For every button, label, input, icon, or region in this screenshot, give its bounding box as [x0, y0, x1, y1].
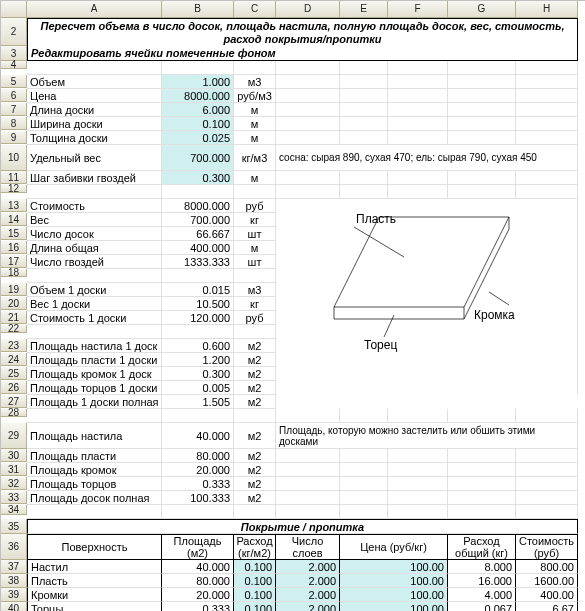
empty [27, 325, 162, 339]
input-value[interactable]: 6.000 [162, 103, 234, 117]
input-value[interactable]: 700.000 [162, 145, 234, 171]
empty [276, 171, 340, 185]
empty [162, 269, 234, 283]
input-unit: м [234, 103, 276, 117]
row-header-25[interactable]: 25 [1, 367, 27, 380]
empty [516, 449, 578, 463]
table-cell-rate[interactable]: 0.100 [234, 560, 276, 574]
col-header-G[interactable]: G [448, 1, 516, 18]
col-header-C[interactable]: C [234, 1, 276, 18]
table-cell-rate[interactable]: 0.100 [234, 574, 276, 588]
table-cell-layers[interactable]: 2.000 [276, 560, 340, 574]
row-header-39[interactable]: 39 [1, 588, 27, 602]
input-value[interactable]: 8000.000 [162, 89, 234, 103]
table-cell-price[interactable]: 100.00 [340, 574, 448, 588]
row-header-23[interactable]: 23 [1, 339, 27, 352]
row-header-8[interactable]: 8 [1, 117, 27, 130]
table-header: Расход (кг/м2) [234, 534, 276, 560]
row-header-40[interactable]: 40 [1, 602, 27, 611]
col-header-H[interactable]: H [516, 1, 578, 18]
empty [448, 103, 516, 117]
empty [276, 477, 340, 491]
row-header-19[interactable]: 19 [1, 283, 27, 296]
row-header-4[interactable]: 4 [1, 61, 27, 69]
calc-unit: м2 [234, 491, 276, 505]
col-header-A[interactable]: A [27, 1, 162, 18]
col-header-B[interactable]: B [162, 1, 234, 18]
row-header-16[interactable]: 16 [1, 241, 27, 254]
row-header-37[interactable]: 37 [1, 560, 27, 574]
row-header-29[interactable]: 29 [1, 423, 27, 449]
calc-label: Площадь пласти 1 доски [27, 353, 162, 367]
input-value[interactable]: 0.300 [162, 171, 234, 185]
row-header-15[interactable]: 15 [1, 227, 27, 240]
empty [340, 89, 388, 103]
row-header-5[interactable]: 5 [1, 75, 27, 88]
row-header-18[interactable]: 18 [1, 269, 27, 277]
row-header-31[interactable]: 31 [1, 463, 27, 476]
calc-label: Стоимость [27, 199, 162, 213]
empty [27, 269, 162, 283]
empty [27, 185, 162, 199]
empty [448, 491, 516, 505]
row-header-13[interactable]: 13 [1, 199, 27, 212]
empty [388, 463, 448, 477]
row-header-24[interactable]: 24 [1, 353, 27, 366]
row-header-9[interactable]: 9 [1, 131, 27, 144]
table-cell-layers[interactable]: 2.000 [276, 602, 340, 611]
row-header-33[interactable]: 33 [1, 491, 27, 504]
input-label: Шаг забивки гвоздей [27, 171, 162, 185]
calc-label: Число досок [27, 227, 162, 241]
input-value[interactable]: 1.000 [162, 75, 234, 89]
table-cell-rate[interactable]: 0.100 [234, 588, 276, 602]
col-header-F[interactable]: F [388, 1, 448, 18]
row-header-26[interactable]: 26 [1, 381, 27, 394]
calc-label: Площадь 1 доски полная [27, 395, 162, 409]
empty [388, 117, 448, 131]
row-header-6[interactable]: 6 [1, 89, 27, 102]
row-header-2[interactable]: 2 [1, 18, 27, 46]
row-header-28[interactable]: 28 [1, 409, 27, 417]
table-cell-price[interactable]: 100.00 [340, 588, 448, 602]
table-cell-layers[interactable]: 2.000 [276, 588, 340, 602]
table-cell-layers[interactable]: 2.000 [276, 574, 340, 588]
table-cell-area: 40.000 [162, 560, 234, 574]
calc-unit: руб [234, 311, 276, 325]
empty [448, 171, 516, 185]
row-header-35[interactable]: 35 [1, 519, 27, 534]
row-header-38[interactable]: 38 [1, 574, 27, 588]
row-header-34[interactable]: 34 [1, 505, 27, 515]
calc-label: Число гвоздей [27, 255, 162, 269]
table-header: Площадь (м2) [162, 534, 234, 560]
empty [276, 89, 340, 103]
row-header-7[interactable]: 7 [1, 103, 27, 116]
table-header: Расход общий (кг) [448, 534, 516, 560]
col-header-E[interactable]: E [340, 1, 388, 18]
empty [340, 477, 388, 491]
row-header-10[interactable]: 10 [1, 145, 27, 171]
corner[interactable] [1, 1, 27, 18]
empty [388, 75, 448, 89]
row-header-30[interactable]: 30 [1, 449, 27, 462]
table-cell-rate[interactable]: 0.100 [234, 602, 276, 611]
row-header-12[interactable]: 12 [1, 185, 27, 193]
row-header-14[interactable]: 14 [1, 213, 27, 226]
input-unit: руб/м3 [234, 89, 276, 103]
calc-unit: м2 [234, 477, 276, 491]
calc-unit: м2 [234, 449, 276, 463]
table-cell-price[interactable]: 100.00 [340, 602, 448, 611]
row-header-22[interactable]: 22 [1, 325, 27, 333]
table-cell-cost: 800.00 [516, 560, 578, 574]
calc-unit: м2 [234, 381, 276, 395]
input-value[interactable]: 0.100 [162, 117, 234, 131]
row-header-20[interactable]: 20 [1, 297, 27, 310]
table-cell-price[interactable]: 100.00 [340, 560, 448, 574]
wood-note: сосна: сырая 890, сухая 470; ель: сырая … [276, 145, 578, 171]
row-header-36[interactable]: 36 [1, 534, 27, 560]
empty [276, 449, 340, 463]
col-header-D[interactable]: D [276, 1, 340, 18]
diagram-label-kromka: Кромка [474, 308, 515, 322]
input-value[interactable]: 0.025 [162, 131, 234, 145]
empty [276, 103, 340, 117]
row-header-32[interactable]: 32 [1, 477, 27, 490]
